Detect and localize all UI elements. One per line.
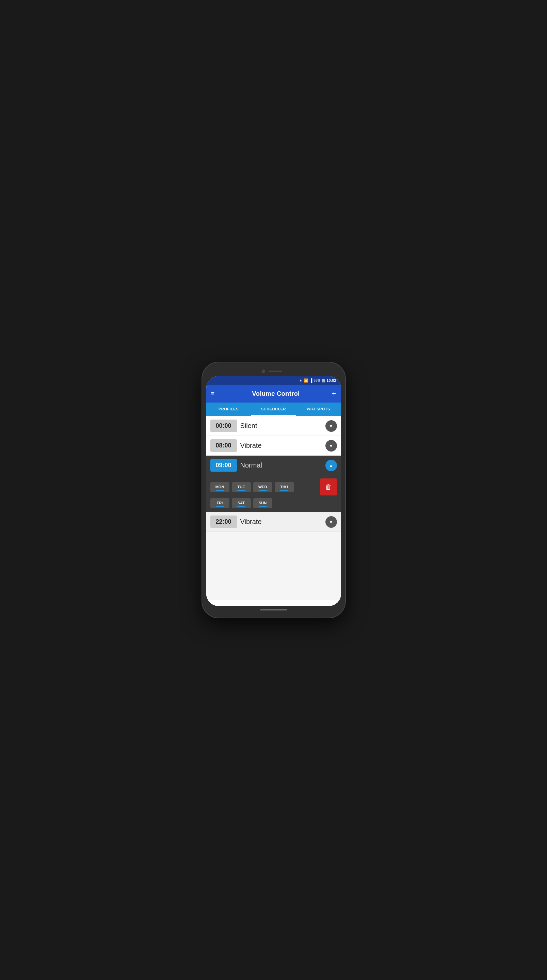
- day-btn-mon[interactable]: MON: [211, 482, 230, 492]
- tab-scheduler[interactable]: SCHEDULER: [251, 402, 296, 416]
- app-title: Volume Control: [220, 390, 332, 398]
- day-btn-wed[interactable]: WED: [253, 482, 272, 492]
- phone-shell: ∗ 📶 ▐ 65% ▩ 10:02 ≡ Volume Control + PRO…: [202, 363, 345, 617]
- battery-level: 65%: [314, 379, 320, 382]
- schedule-row-wrapper-0900: 09:00 Normal ▲ MON TUE: [206, 456, 341, 512]
- day-underline-tue: [237, 490, 246, 491]
- wifi-icon: 📶: [304, 379, 308, 383]
- day-underline-wed: [259, 490, 267, 491]
- day-row-1: MON TUE WED THU: [211, 479, 337, 495]
- time-badge-0800[interactable]: 08:00: [211, 439, 237, 452]
- trash-icon: 🗑: [325, 483, 332, 491]
- schedule-row-0900: 09:00 Normal ▲: [206, 456, 341, 475]
- mode-label-0900: Normal: [240, 461, 322, 469]
- day-underline-mon: [216, 490, 224, 491]
- add-button[interactable]: +: [332, 389, 336, 398]
- camera: [262, 369, 265, 373]
- home-indicator: [260, 609, 287, 611]
- mode-label-0000: Silent: [240, 422, 322, 430]
- time-badge-0000[interactable]: 00:00: [211, 420, 237, 432]
- day-btn-fri[interactable]: FRI: [211, 498, 230, 508]
- day-underline-sun: [259, 506, 267, 507]
- status-icons: ∗ 📶 ▐ 65% ▩ 10:02: [299, 379, 336, 383]
- tabs-bar: PROFILES SCHEDULER WIFI SPOTS: [206, 402, 341, 416]
- tab-profiles[interactable]: PROFILES: [206, 402, 251, 416]
- phone-screen: ∗ 📶 ▐ 65% ▩ 10:02 ≡ Volume Control + PRO…: [206, 376, 341, 606]
- day-selector-0900: MON TUE WED THU: [206, 475, 341, 512]
- chevron-down-icon: ▼: [329, 520, 333, 524]
- delete-button-0900[interactable]: 🗑: [320, 479, 337, 495]
- time-badge-0900[interactable]: 09:00: [211, 459, 237, 472]
- chevron-down-icon: ▼: [329, 424, 333, 428]
- day-btn-tue[interactable]: TUE: [232, 482, 251, 492]
- day-btn-sun[interactable]: SUN: [253, 498, 272, 508]
- mode-label-2200: Vibrate: [240, 518, 322, 526]
- phone-notch: [206, 366, 341, 376]
- mode-label-0800: Vibrate: [240, 442, 322, 450]
- expand-btn-0800[interactable]: ▼: [325, 440, 337, 452]
- schedule-row-0800: 08:00 Vibrate ▼: [206, 436, 341, 456]
- chevron-up-icon: ▲: [329, 463, 333, 468]
- day-btn-sat[interactable]: SAT: [232, 498, 251, 508]
- schedule-row-2200: 22:00 Vibrate ▼: [206, 512, 341, 532]
- schedule-row-0000: 00:00 Silent ▼: [206, 416, 341, 436]
- day-btn-thu[interactable]: THU: [275, 482, 294, 492]
- expand-btn-0000[interactable]: ▼: [325, 420, 337, 432]
- day-underline-fri: [216, 506, 224, 507]
- day-underline-sat: [237, 506, 246, 507]
- tab-wifi-spots[interactable]: WIFI SPOTS: [296, 402, 341, 416]
- empty-content-area: [206, 532, 341, 600]
- expand-btn-2200[interactable]: ▼: [325, 516, 337, 528]
- day-row-2: FRI SAT SUN: [211, 498, 337, 508]
- day-underline-thu: [280, 490, 288, 491]
- chevron-down-icon: ▼: [329, 443, 333, 448]
- collapse-btn-0900[interactable]: ▲: [325, 460, 337, 471]
- speaker: [269, 371, 282, 372]
- battery-icon: ▩: [322, 379, 325, 383]
- bluetooth-icon: ∗: [299, 379, 302, 383]
- phone-bottom: [206, 606, 341, 614]
- status-time: 10:02: [327, 379, 336, 382]
- app-header: ≡ Volume Control +: [206, 385, 341, 402]
- content-area: 00:00 Silent ▼ 08:00 Vibrate ▼ 09:00 Nor…: [206, 416, 341, 606]
- time-badge-2200[interactable]: 22:00: [211, 515, 237, 528]
- hamburger-menu-icon[interactable]: ≡: [211, 391, 215, 397]
- status-bar: ∗ 📶 ▐ 65% ▩ 10:02: [206, 376, 341, 385]
- signal-icon: ▐: [310, 379, 313, 382]
